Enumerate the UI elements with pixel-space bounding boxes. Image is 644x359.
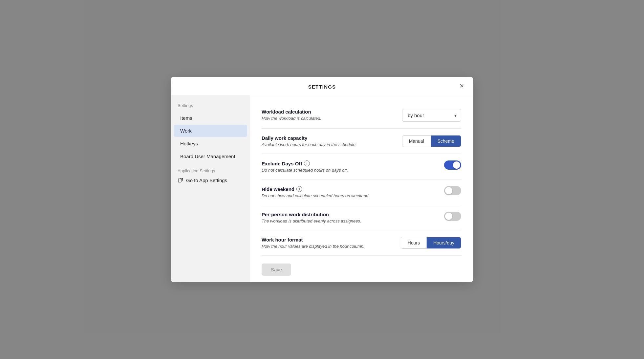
- per-person-distribution-control: [444, 212, 461, 221]
- sidebar-app-settings: Application Settings Go to App Settings: [171, 168, 250, 183]
- hide-weekend-desc: Do not show and calculate scheduled hour…: [262, 193, 431, 198]
- sidebar-section-label: Settings: [171, 103, 250, 111]
- svg-rect-0: [178, 179, 181, 182]
- exclude-days-off-row: Exclude Days Off i Do not calculate sche…: [262, 154, 461, 180]
- work-hour-format-info: Work hour format How the hour values are…: [262, 237, 401, 249]
- exclude-days-off-info-icon: i: [304, 160, 310, 166]
- exclude-days-off-control: [444, 160, 461, 170]
- per-person-distribution-track: [444, 212, 461, 221]
- sidebar-item-work[interactable]: Work: [174, 125, 247, 137]
- exclude-days-off-desc: Do not calculate scheduled hours on days…: [262, 168, 431, 173]
- save-button[interactable]: Save: [262, 264, 291, 276]
- sidebar: Settings Items Work Hotkeys Board User M…: [171, 95, 250, 282]
- hide-weekend-control: [444, 186, 461, 195]
- per-person-distribution-thumb: [445, 213, 452, 220]
- daily-work-capacity-info: Daily work capacity Available work hours…: [262, 135, 402, 147]
- sidebar-item-board-user-management-label: Board User Management: [180, 154, 235, 159]
- sidebar-item-hotkeys-label: Hotkeys: [180, 141, 198, 146]
- hide-weekend-thumb: [445, 187, 452, 194]
- sidebar-item-work-label: Work: [180, 128, 192, 134]
- modal-title: SETTINGS: [308, 84, 336, 90]
- work-hour-format-row: Work hour format How the hour values are…: [262, 230, 461, 256]
- exclude-days-off-toggle[interactable]: [444, 160, 461, 170]
- work-hour-format-hours-btn[interactable]: Hours: [401, 237, 426, 248]
- app-settings-link-label: Go to App Settings: [186, 178, 227, 183]
- workload-calculation-desc: How the workload is calculated.: [262, 116, 389, 121]
- workload-calculation-control: by hour by story points by tasks: [402, 109, 461, 122]
- per-person-distribution-toggle[interactable]: [444, 212, 461, 221]
- workload-calculation-title: Workload calculation: [262, 109, 389, 115]
- hide-weekend-info: Hide weekend i Do not show and calculate…: [262, 186, 444, 198]
- sidebar-item-hotkeys[interactable]: Hotkeys: [174, 137, 247, 150]
- daily-work-capacity-title: Daily work capacity: [262, 135, 389, 141]
- daily-work-capacity-row: Daily work capacity Available work hours…: [262, 129, 461, 154]
- per-person-distribution-info: Per-person work distribution The workloa…: [262, 212, 444, 223]
- per-person-distribution-title: Per-person work distribution: [262, 212, 431, 217]
- hide-weekend-toggle[interactable]: [444, 186, 461, 195]
- sidebar-app-settings-label: Application Settings: [178, 168, 243, 173]
- main-content: Workload calculation How the workload is…: [250, 95, 473, 282]
- hide-weekend-row: Hide weekend i Do not show and calculate…: [262, 180, 461, 205]
- modal-body: Settings Items Work Hotkeys Board User M…: [171, 95, 473, 282]
- modal-header: SETTINGS ×: [171, 77, 473, 95]
- per-person-distribution-desc: The workload is distributed evenly acros…: [262, 219, 431, 223]
- exclude-days-off-title: Exclude Days Off i: [262, 160, 431, 166]
- hide-weekend-title: Hide weekend i: [262, 186, 431, 192]
- daily-work-capacity-manual-btn[interactable]: Manual: [402, 136, 431, 147]
- settings-modal: SETTINGS × Settings Items Work Hotkeys B…: [171, 77, 473, 282]
- close-button[interactable]: ×: [457, 81, 466, 91]
- external-link-icon: [178, 177, 183, 183]
- per-person-distribution-row: Per-person work distribution The workloa…: [262, 205, 461, 230]
- work-hour-format-btn-group: Hours Hours/day: [401, 237, 461, 249]
- work-hour-format-desc: How the hour values are displayed in the…: [262, 244, 388, 249]
- exclude-days-off-info: Exclude Days Off i Do not calculate sche…: [262, 160, 444, 173]
- daily-work-capacity-desc: Available work hours for each day in the…: [262, 142, 389, 147]
- workload-calculation-row: Workload calculation How the workload is…: [262, 106, 461, 129]
- modal-overlay: SETTINGS × Settings Items Work Hotkeys B…: [0, 0, 644, 359]
- exclude-days-off-thumb: [453, 161, 460, 169]
- daily-work-capacity-scheme-btn[interactable]: Scheme: [431, 136, 461, 147]
- sidebar-item-items-label: Items: [180, 115, 192, 121]
- sidebar-app-link[interactable]: Go to App Settings: [178, 177, 243, 183]
- hide-weekend-info-icon: i: [296, 186, 302, 192]
- workload-calculation-info: Workload calculation How the workload is…: [262, 109, 402, 121]
- sidebar-item-board-user-management[interactable]: Board User Management: [174, 150, 247, 162]
- work-hour-format-title: Work hour format: [262, 237, 388, 243]
- work-hour-format-hoursday-btn[interactable]: Hours/day: [426, 237, 461, 248]
- workload-calculation-select-wrapper: by hour by story points by tasks: [402, 109, 461, 122]
- hide-weekend-track: [444, 186, 461, 195]
- exclude-days-off-track: [444, 160, 461, 170]
- workload-calculation-select[interactable]: by hour by story points by tasks: [402, 109, 461, 122]
- daily-work-capacity-control: Manual Scheme: [402, 135, 461, 147]
- sidebar-item-items[interactable]: Items: [174, 112, 247, 124]
- daily-work-capacity-btn-group: Manual Scheme: [402, 135, 461, 147]
- work-hour-format-control: Hours Hours/day: [401, 237, 461, 249]
